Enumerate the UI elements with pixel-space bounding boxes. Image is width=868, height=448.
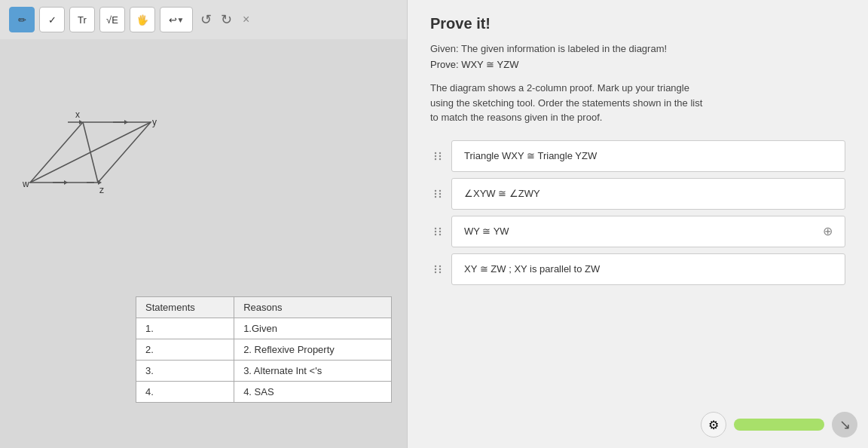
svg-point-25 [435,195,436,197]
statements-header: Statements [136,297,234,318]
statement-row-2: ∠XYW ≅ ∠ZWY [430,178,845,210]
hand-icon: 🖐 [136,14,148,26]
statement-card-4[interactable]: XY ≅ ZW ; XY is parallel to ZW [451,253,845,285]
instruction-text: The diagram shows a 2-column proof. Mark… [430,81,845,125]
statement-row-4: XY ≅ ZW ; XY is parallel to ZW [430,253,845,285]
statement-text-1: Triangle WXY ≅ Triangle YZW [464,150,597,161]
svg-point-24 [439,192,441,194]
text-tool[interactable]: Tr [69,7,95,32]
undo-tool-group: ↩ ▼ [160,7,193,32]
reason-1: 1.Given [234,318,392,339]
table-row: 1. 1.Given [136,318,392,339]
svg-point-17 [435,155,436,156]
table-row: 3. 3. Alternate Int <'s [136,361,392,382]
diagram-svg: x y w z [23,84,173,213]
given-text: Given: The given information is labeled … [430,43,845,54]
svg-point-21 [435,189,436,191]
svg-point-38 [439,271,441,272]
svg-point-27 [435,227,436,229]
svg-point-34 [439,265,441,266]
gear-button[interactable]: ⚙ [701,412,726,437]
proof-table-container: Statements Reasons 1. 1.Given 2. 2. Refl… [136,296,392,403]
svg-point-23 [435,192,436,194]
reason-4: 4. SAS [234,382,392,403]
statement-text-2: ∠XYW ≅ ∠ZWY [464,188,540,199]
drawing-area[interactable]: x y w z Statements Reasons [0,39,407,448]
statement-row-3: WY ≅ YW ⊕ [430,216,845,247]
svg-point-29 [435,230,436,232]
svg-point-15 [435,152,436,153]
svg-marker-4 [124,120,128,124]
svg-point-32 [439,233,441,235]
svg-text:y: y [152,117,157,127]
statement-num-1: 1. [136,318,234,339]
svg-marker-8 [64,180,68,185]
left-panel: ✏ ✓ Tr √E 🖐 ↩ ▼ ↺ ↻ [0,0,407,448]
check-icon: ✓ [48,14,57,26]
svg-point-37 [435,271,436,272]
drag-handle-4[interactable] [430,264,445,275]
redo-button[interactable]: ↻ [218,10,235,29]
hand-tool[interactable]: 🖐 [130,7,155,32]
table-row: 4. 4. SAS [136,382,392,403]
close-tool[interactable]: × [240,10,252,29]
drag-handle-1[interactable] [430,151,445,161]
proof-table: Statements Reasons 1. 1.Given 2. 2. Refl… [136,296,392,403]
bottom-right-area: ⚙ ↘ [701,412,857,437]
statement-text-4: XY ≅ ZW ; XY is parallel to ZW [464,263,600,275]
svg-point-26 [439,195,441,197]
gear-icon: ⚙ [708,418,719,432]
prove-title: Prove it! [430,15,845,32]
dropdown-icon: ▼ [177,16,185,24]
statement-text-3: WY ≅ YW [464,226,509,237]
corner-icon[interactable]: ↘ [832,412,857,437]
statements-list: Triangle WXY ≅ Triangle YZW ∠XYW ≅ ∠ZWY [430,140,845,285]
statement-row-1: Triangle WXY ≅ Triangle YZW [430,140,845,172]
svg-point-28 [439,227,441,229]
drag-handle-3[interactable] [430,226,445,237]
main-content: ✏ ✓ Tr √E 🖐 ↩ ▼ ↺ ↻ [0,0,868,448]
move-icon: ⊕ [823,224,833,238]
svg-point-16 [439,152,441,153]
submit-button[interactable] [734,419,824,431]
svg-text:w: w [23,179,29,189]
toolbar: ✏ ✓ Tr √E 🖐 ↩ ▼ ↺ ↻ [0,0,407,39]
sqrt-tool[interactable]: √E [99,7,125,32]
statement-num-3: 3. [136,361,234,382]
svg-line-2 [30,122,151,183]
reasons-header: Reasons [234,297,392,318]
reason-2: 2. Reflexive Property [234,339,392,361]
pencil-tool[interactable]: ✏ [9,7,35,32]
svg-point-36 [439,268,441,269]
undo-redo-group: ↺ ↻ [197,10,235,29]
statement-card-3[interactable]: WY ≅ YW ⊕ [451,216,845,247]
sqrt-icon: √E [106,14,118,26]
svg-point-35 [435,268,436,269]
undo-button[interactable]: ↺ [197,10,215,29]
svg-text:z: z [99,185,104,195]
svg-point-31 [435,233,436,235]
pencil-icon: ✏ [18,14,26,26]
svg-point-18 [439,155,441,156]
text-icon: Tr [78,14,87,26]
geometry-diagram: x y w z [23,84,188,235]
corner-arrow-icon: ↘ [839,416,851,433]
reason-3: 3. Alternate Int <'s [234,361,392,382]
check-tool[interactable]: ✓ [39,7,65,32]
svg-point-20 [439,158,441,159]
svg-text:x: x [75,109,80,120]
statement-num-4: 4. [136,382,234,403]
undo-dropdown[interactable]: ↩ ▼ [160,7,193,32]
svg-point-30 [439,230,441,232]
svg-point-19 [435,158,436,159]
table-row: 2. 2. Reflexive Property [136,339,392,361]
drag-handle-2[interactable] [430,189,445,199]
undo-icon: ↩ [169,14,177,26]
statement-num-2: 2. [136,339,234,361]
statement-card-2[interactable]: ∠XYW ≅ ∠ZWY [451,178,845,210]
svg-point-33 [435,265,436,266]
right-panel: Prove it! Given: The given information i… [407,0,868,448]
statement-card-1[interactable]: Triangle WXY ≅ Triangle YZW [451,140,845,172]
svg-point-22 [439,189,441,191]
prove-text: Prove: WXY ≅ YZW [430,59,845,70]
